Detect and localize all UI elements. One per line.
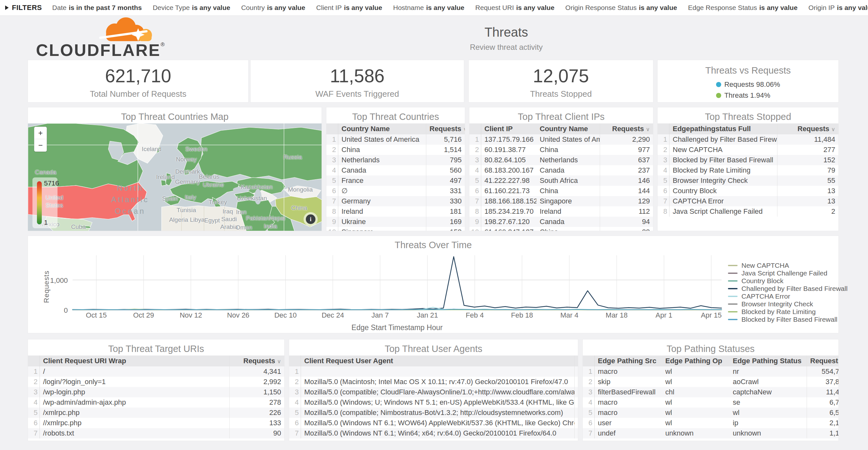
x-tick-label: Feb 18 xyxy=(511,311,533,319)
filter-field: Origin Response Status xyxy=(565,4,637,11)
legend-swatch-icon xyxy=(728,303,738,305)
row-number: 7 xyxy=(583,428,595,439)
table-cell: ip xyxy=(730,418,807,428)
card-title: Top Threat Countries xyxy=(327,107,465,122)
top-threat-target-uris-card: Top Threat Target URIs Client Request UR… xyxy=(28,339,285,441)
legend-item: Requests 98.06% xyxy=(716,80,780,89)
top-threat-countries-card: Top Threat Countries Country NameRequest… xyxy=(326,107,465,231)
legend-label: Challenged by Filter Based Firewall xyxy=(741,285,847,293)
table-row: 1/4,341 xyxy=(28,366,284,377)
row-number: 6 xyxy=(28,418,40,428)
filter-chip[interactable]: Origin Response Statusis any value xyxy=(565,4,677,11)
ocean-label: North Atlantic Ocean xyxy=(111,182,149,217)
map-country-denmark[interactable] xyxy=(184,170,189,175)
filter-chip[interactable]: Countryis any value xyxy=(241,4,306,11)
table-row: 1Challenged by Filter Based Firewall11,4… xyxy=(658,134,838,145)
row-number: 1 xyxy=(28,366,40,377)
table-row: 7188.166.188.152Singapore129 xyxy=(469,196,653,206)
row-number: 3 xyxy=(583,387,595,397)
table-cell: 60.191.38.77 xyxy=(481,145,537,155)
table-cell: 112 xyxy=(600,206,653,217)
column-header[interactable]: Edgepathingstatus Full xyxy=(670,123,777,134)
filters-toggle[interactable]: FILTERS xyxy=(5,3,42,12)
map-color-legend: 5716 1 xyxy=(32,177,58,228)
row-number: 4 xyxy=(28,397,40,408)
threats-over-time-chart[interactable]: Oct 15Oct 29Nov 12Nov 26Dec 10Dec 24Jan … xyxy=(28,236,838,333)
row-number: 7 xyxy=(289,428,301,439)
table-cell: 198.27.67.120 xyxy=(481,217,537,227)
filter-field: Device Type xyxy=(153,4,189,11)
row-number: 6 xyxy=(289,418,301,428)
column-header[interactable]: Edge Pathing Status xyxy=(730,356,807,366)
filter-field: Origin IP xyxy=(809,4,835,11)
table-cell: 637 xyxy=(600,155,653,165)
table-cell: macro xyxy=(595,366,662,377)
row-number-header xyxy=(658,123,670,134)
table-cell: /xmlrpc.php xyxy=(40,408,230,418)
table-cell: Challenged by Filter Based Firewall xyxy=(670,134,777,145)
filter-chip[interactable]: Hostnameis any value xyxy=(393,4,465,11)
zoom-in-button[interactable]: + xyxy=(34,127,46,139)
column-header[interactable]: Client Request User Agent xyxy=(301,356,575,366)
table-row: 8185.234.219.70Ireland112 xyxy=(469,206,653,217)
table-cell: / xyxy=(40,366,230,377)
column-header[interactable]: Requests∨ xyxy=(777,123,839,134)
row-number: 5 xyxy=(658,176,670,186)
column-header[interactable]: Requests∨ xyxy=(230,356,285,366)
table-row: 2China1,514 xyxy=(327,145,465,155)
filter-chip[interactable]: Dateis in the past 7 months xyxy=(52,4,142,11)
table-row: 7/robots.txt90 xyxy=(28,428,284,439)
column-header[interactable]: Country Name xyxy=(338,123,426,134)
map-info-button[interactable]: i xyxy=(304,212,318,226)
threats-over-time-card: Threats Over Time Oct 15Oct 29Nov 12Nov … xyxy=(28,236,839,333)
kpi-label: Threats Stopped xyxy=(469,89,653,99)
column-header[interactable]: Requests∨ xyxy=(807,356,839,366)
table-row: 3Blocked by Filter Based Firewall152 xyxy=(658,155,838,165)
table-cell: 795 xyxy=(426,155,465,165)
filter-chip[interactable]: Edge Response Statusis any value xyxy=(688,4,798,11)
clipped-cell xyxy=(575,418,578,428)
cloudflare-logo-graphic: CLOUDFLARE ® xyxy=(36,17,171,60)
table-cell: China xyxy=(338,145,426,155)
column-header[interactable]: Client Request URI Wrap xyxy=(40,356,230,366)
table-row: 6Country Block13 xyxy=(658,186,838,196)
filter-chip[interactable]: Request URIis any value xyxy=(475,4,555,11)
legend-label: Threats 1.94% xyxy=(724,91,770,100)
top-pathing-statuses-card: Top Pathing Statuses Edge Pathing SrcEdg… xyxy=(582,339,839,441)
series-line xyxy=(72,257,721,310)
column-header[interactable]: Requests∨ xyxy=(426,123,465,134)
map-country-russia[interactable] xyxy=(198,127,321,181)
row-number: 5 xyxy=(469,176,481,186)
row-number: 4 xyxy=(327,165,338,176)
table-row: 2Mozilla/5.0 (Macintosh; Intel Mac OS X … xyxy=(289,377,578,387)
x-tick-label: Oct 29 xyxy=(133,311,154,319)
column-header[interactable]: Requests∨ xyxy=(600,123,653,134)
column-header[interactable]: Edge Pathing Src xyxy=(595,356,662,366)
table-row: 4Mozilla/5.0 (Windows; U; Windows NT 5.1… xyxy=(289,397,578,408)
table-cell: South Africa xyxy=(536,176,600,186)
table-cell: Ireland xyxy=(536,206,600,217)
column-header[interactable]: Edge Pathing Op xyxy=(662,356,730,366)
world-map[interactable] xyxy=(28,123,321,231)
zoom-out-button[interactable]: − xyxy=(34,139,46,151)
table-cell: 94 xyxy=(600,217,653,227)
legend-dot-icon xyxy=(716,82,721,87)
table-cell: Canada xyxy=(536,217,600,227)
row-number: 8 xyxy=(327,206,338,217)
table-cell: Country Block xyxy=(670,186,777,196)
column-header[interactable]: Country Name xyxy=(536,123,600,134)
row-number: 6 xyxy=(583,418,595,428)
filter-chip[interactable]: Device Typeis any value xyxy=(153,4,230,11)
x-tick-label: Dec 10 xyxy=(274,311,297,319)
legend-label: Requests 98.06% xyxy=(724,80,780,89)
map-country-ireland[interactable] xyxy=(161,180,166,186)
filter-chip[interactable]: Origin IPis any value xyxy=(809,4,868,11)
column-header[interactable]: Client IP xyxy=(481,123,537,134)
table-row: 4Blocked by Rate Limiting79 xyxy=(658,165,838,176)
top-threat-client-ips-card: Top Threat Client IPs Client IPCountry N… xyxy=(469,107,653,231)
filter-chip[interactable]: Client IPis any value xyxy=(316,4,382,11)
table-cell: 146 xyxy=(600,176,653,186)
table-cell: 152 xyxy=(777,155,839,165)
table-cell: wl xyxy=(730,408,807,418)
row-number: 5 xyxy=(583,408,595,418)
